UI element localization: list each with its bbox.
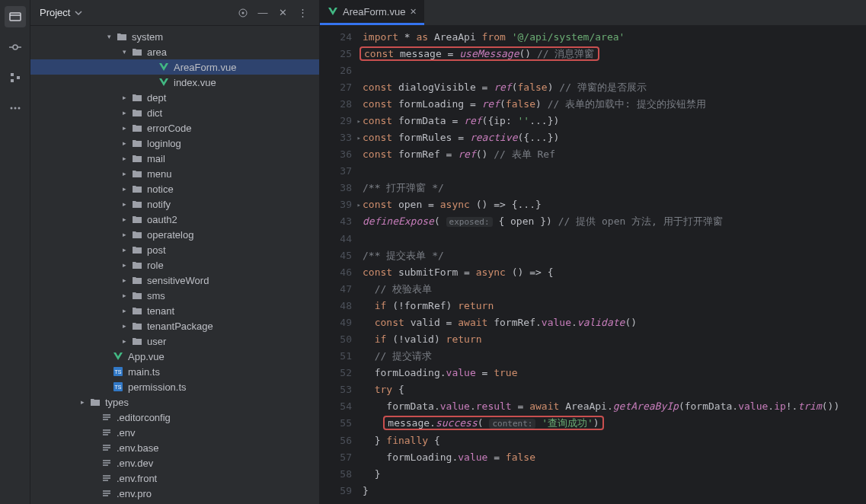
code-line[interactable]: 48 if (!formRef) return — [320, 298, 866, 314]
chevron-icon[interactable]: ▸ — [118, 276, 130, 284]
tree-item[interactable]: .editorconfig — [30, 410, 319, 425]
tree-item[interactable]: App.vue — [30, 349, 319, 364]
chevron-icon[interactable]: ▸ — [118, 292, 130, 299]
chevron-icon[interactable]: ▸ — [118, 215, 130, 223]
code-content[interactable]: formLoading.value = true — [363, 365, 866, 381]
commit-tool-icon[interactable] — [5, 37, 26, 58]
tree-item[interactable]: AreaForm.vue — [30, 59, 319, 75]
chevron-icon[interactable]: ▸ — [118, 94, 130, 101]
code-line[interactable]: 26 — [320, 62, 866, 79]
code-line[interactable]: 57 formLoading.value = false — [320, 449, 866, 466]
code-line[interactable]: 27const dialogVisible = ref(false) // 弹窗… — [320, 79, 866, 96]
code-line[interactable]: 43defineExpose( exposed: { open }) // 提供… — [320, 213, 866, 231]
close-icon[interactable]: ✕ — [410, 7, 417, 17]
code-content[interactable]: const formLoading = ref(false) // 表单的加载中… — [363, 96, 866, 113]
code-line[interactable]: 38/** 打开弹窗 */ — [320, 180, 866, 196]
code-line[interactable]: 46const submitForm = async () => { — [320, 264, 866, 281]
code-line[interactable]: 24import * as AreaApi from '@/api/system… — [320, 29, 866, 46]
tree-item[interactable]: ▸tenant — [30, 303, 319, 318]
tree-item[interactable]: ▸mail — [30, 151, 319, 166]
fold-icon[interactable]: ▸ — [357, 113, 361, 129]
file-tree[interactable]: ▾system▾areaAreaForm.vueindex.vue▸dept▸d… — [30, 26, 319, 504]
code-editor[interactable]: 24import * as AreaApi from '@/api/system… — [320, 26, 866, 504]
chevron-icon[interactable]: ▸ — [118, 124, 130, 132]
tree-item[interactable]: ▸notify — [30, 196, 319, 212]
code-line[interactable]: 56 } finally { — [320, 432, 866, 449]
tree-item[interactable]: ▾system — [30, 29, 319, 44]
code-content[interactable]: const open = async () => {...} — [363, 196, 866, 213]
tree-item[interactable]: ▸dict — [30, 105, 319, 120]
code-line[interactable]: 44 — [320, 231, 866, 247]
code-content[interactable]: const dialogVisible = ref(false) // 弹窗的是… — [363, 79, 866, 96]
chevron-icon[interactable]: ▸ — [118, 185, 130, 193]
tree-item[interactable]: ▸sms — [30, 288, 319, 303]
code-line[interactable]: 33▸const formRules = reactive({...}) — [320, 129, 866, 146]
tree-item[interactable]: ▸notice — [30, 181, 319, 196]
code-content[interactable]: defineExpose( exposed: { open }) // 提供 o… — [363, 213, 866, 231]
code-content[interactable]: const formRules = reactive({...}) — [363, 129, 866, 146]
tree-item[interactable]: ▸dept — [30, 90, 319, 105]
code-line[interactable]: 28const formLoading = ref(false) // 表单的加… — [320, 96, 866, 113]
code-line[interactable]: 59} — [320, 483, 866, 499]
tree-item[interactable]: .env.base — [30, 440, 319, 455]
code-content[interactable]: formLoading.value = false — [363, 449, 866, 466]
code-line[interactable]: 29▸const formData = ref({ip: ''...}) — [320, 113, 866, 129]
chevron-icon[interactable]: ▸ — [118, 261, 130, 269]
tree-item[interactable]: .env.pro — [30, 486, 319, 501]
code-content[interactable]: if (!formRef) return — [363, 298, 866, 314]
chevron-icon[interactable]: ▸ — [118, 200, 130, 208]
code-content[interactable] — [363, 163, 866, 180]
chevron-down-icon[interactable] — [75, 9, 82, 17]
chevron-icon[interactable]: ▾ — [103, 33, 115, 40]
code-line[interactable]: 36const formRef = ref() // 表单 Ref — [320, 146, 866, 163]
tree-item[interactable]: ▸sensitiveWord — [30, 273, 319, 288]
code-content[interactable] — [363, 62, 866, 79]
tree-item[interactable]: ▸post — [30, 242, 319, 257]
code-content[interactable]: } — [363, 483, 866, 499]
structure-tool-icon[interactable] — [5, 67, 26, 88]
code-line[interactable]: 52 formLoading.value = true — [320, 365, 866, 381]
tree-item[interactable]: ▸oauth2 — [30, 212, 319, 227]
code-content[interactable]: /** 提交表单 */ — [363, 247, 866, 264]
chevron-icon[interactable]: ▸ — [118, 170, 130, 177]
tree-item[interactable]: ▸types — [30, 394, 319, 410]
tree-item[interactable]: ▸user — [30, 333, 319, 349]
tree-item[interactable]: .env.dev — [30, 455, 319, 471]
code-content[interactable]: try { — [363, 381, 866, 398]
tree-item[interactable]: ▸errorCode — [30, 120, 319, 136]
code-line[interactable]: 58 } — [320, 466, 866, 483]
tree-item[interactable]: ▸operatelog — [30, 227, 319, 242]
code-content[interactable]: if (!valid) return — [363, 331, 866, 348]
code-content[interactable]: // 校验表单 — [363, 281, 866, 298]
code-content[interactable]: const message = useMessage() // 消息弹窗 — [363, 46, 866, 62]
tree-item[interactable]: index.vue — [30, 75, 319, 90]
tree-item[interactable]: ▸tenantPackage — [30, 318, 319, 333]
code-content[interactable]: const submitForm = async () => { — [363, 264, 866, 281]
chevron-icon[interactable]: ▸ — [118, 246, 130, 254]
code-line[interactable]: 25const message = useMessage() // 消息弹窗 — [320, 46, 866, 62]
chevron-icon[interactable]: ▸ — [118, 322, 130, 330]
tree-item[interactable]: ▸role — [30, 257, 319, 273]
code-line[interactable]: 50 if (!valid) return — [320, 331, 866, 348]
tree-item[interactable]: ▸loginlog — [30, 136, 319, 151]
code-line[interactable]: 45/** 提交表单 */ — [320, 247, 866, 264]
minimize-icon[interactable]: — — [255, 5, 270, 21]
hide-icon[interactable]: ✕ — [275, 5, 290, 21]
code-content[interactable]: const formData = ref({ip: ''...}) — [363, 113, 866, 129]
fold-icon[interactable]: ▸ — [357, 196, 361, 213]
tree-item[interactable]: TSpermission.ts — [30, 379, 319, 394]
chevron-icon[interactable]: ▸ — [118, 337, 130, 345]
code-content[interactable] — [363, 231, 866, 247]
chevron-icon[interactable]: ▸ — [118, 307, 130, 314]
code-content[interactable]: formData.value.result = await AreaApi.ge… — [363, 398, 866, 415]
code-line[interactable]: 53 try { — [320, 381, 866, 398]
target-icon[interactable] — [235, 5, 251, 21]
code-line[interactable]: 47 // 校验表单 — [320, 281, 866, 298]
chevron-icon[interactable]: ▸ — [118, 231, 130, 238]
code-line[interactable]: 55 message.success( content: '查询成功') — [320, 415, 866, 432]
chevron-icon[interactable]: ▸ — [118, 139, 130, 147]
more-tool-icon[interactable] — [5, 97, 26, 119]
project-tool-icon[interactable] — [5, 6, 26, 27]
tree-item[interactable]: .env.front — [30, 471, 319, 486]
chevron-icon[interactable]: ▸ — [118, 109, 130, 116]
